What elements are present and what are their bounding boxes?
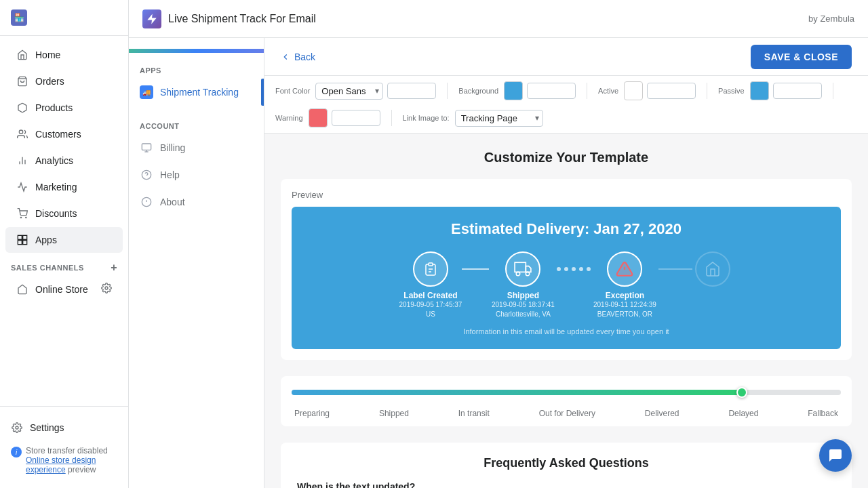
background-swatch[interactable] xyxy=(504,81,523,100)
store-transfer-notice: Store transfer disabled Online store des… xyxy=(5,441,123,480)
font-family-select-wrap[interactable]: Open Sans xyxy=(315,83,383,100)
sidebar-item-home-label: Home xyxy=(35,49,60,60)
help-icon xyxy=(140,168,153,182)
sidebar-item-orders[interactable]: Orders xyxy=(5,68,123,94)
svg-marker-25 xyxy=(526,266,532,272)
svg-rect-8 xyxy=(23,235,27,239)
svg-rect-9 xyxy=(18,241,22,245)
font-color-input[interactable]: #FFFFFF xyxy=(387,83,436,99)
link-image-group: Link Image to: Tracking Page Product Pag… xyxy=(403,110,543,127)
svg-point-27 xyxy=(526,272,530,275)
apps-icon xyxy=(16,234,28,246)
active-color-input[interactable]: #FFFFFF xyxy=(647,83,696,99)
stage-exception: Exception 2019-09-11 12:24:39BEAVERTON, … xyxy=(591,251,658,319)
stage-shipped: Shipped 2019-09-05 18:37:41Charlottesvil… xyxy=(489,251,557,319)
sidebar-item-online-store[interactable]: Online Store xyxy=(5,277,123,301)
stage-date-exception: 2019-09-11 12:24:39BEAVERTON, OR xyxy=(593,300,656,319)
sidebar-item-discounts[interactable]: Discounts xyxy=(5,201,123,226)
sidebar-item-settings[interactable]: Settings xyxy=(5,415,123,441)
sidebar-item-apps[interactable]: Apps xyxy=(5,227,123,253)
sidebar-item-customers[interactable]: Customers xyxy=(5,121,123,147)
warning-color-input[interactable]: #F1646A xyxy=(332,110,380,126)
help-label: Help xyxy=(160,169,180,180)
faq-item-1: When is the text updated? Text updates f… xyxy=(297,481,835,488)
stage-thumb[interactable] xyxy=(736,387,747,398)
online-store-settings-icon[interactable] xyxy=(101,283,112,296)
sidebar-header: 🏪 xyxy=(0,0,128,36)
passive-color-input[interactable]: #3DA2DB xyxy=(773,83,822,99)
dots-connector xyxy=(557,251,591,287)
action-bar: Back SAVE & CLOSE xyxy=(264,38,868,76)
content-area: APPS 🚚 Shipment Tracking ACCOUNT Billing xyxy=(129,38,868,488)
dot-2 xyxy=(564,267,568,271)
warning-label: Warning xyxy=(275,114,303,122)
orders-icon xyxy=(16,75,28,87)
apps-sidebar-item-shipment[interactable]: 🚚 Shipment Tracking xyxy=(129,79,264,106)
billing-label: Billing xyxy=(160,142,185,153)
preview-label: Preview xyxy=(292,190,841,200)
app-logo xyxy=(142,9,161,28)
warning-swatch[interactable] xyxy=(309,108,328,127)
svg-rect-13 xyxy=(142,144,151,150)
passive-swatch[interactable] xyxy=(750,81,769,100)
svg-point-11 xyxy=(105,287,108,289)
font-color-label: Font Color xyxy=(275,87,310,95)
tracking-stages-row: Label Created 2019-09-05 17:45:37US xyxy=(305,251,827,319)
settings-label: Settings xyxy=(30,422,64,433)
link-image-select[interactable]: Tracking Page Product Page Homepage xyxy=(455,110,543,127)
faq-section: Frequently Asked Questions When is the t… xyxy=(281,443,852,488)
apps-sidebar-item-help[interactable]: Help xyxy=(129,161,264,188)
active-swatch[interactable] xyxy=(624,81,643,100)
dot-4 xyxy=(579,267,583,271)
background-label: Background xyxy=(458,87,498,95)
dot-1 xyxy=(557,267,561,271)
background-color-input[interactable]: #3DA2DB xyxy=(527,83,576,99)
connector-1 xyxy=(462,251,489,287)
apps-sidebar-item-about[interactable]: About xyxy=(129,188,264,216)
main-area: Live Shipment Track For Email by Zembula… xyxy=(129,0,868,488)
link-image-select-wrap[interactable]: Tracking Page Product Page Homepage xyxy=(455,110,543,127)
line-3 xyxy=(658,268,692,270)
apps-header-bar xyxy=(129,49,264,53)
store-transfer-text: Store transfer disabled xyxy=(26,446,108,455)
save-close-button[interactable]: SAVE & CLOSE xyxy=(751,45,852,69)
svg-point-6 xyxy=(26,217,26,218)
font-family-select[interactable]: Open Sans xyxy=(315,83,383,100)
app-title: Live Shipment Track For Email xyxy=(168,13,316,25)
toolbar-divider-4 xyxy=(833,83,833,99)
stage-labels: Preparing Shipped In transit Out for Del… xyxy=(292,409,841,418)
stage-fill xyxy=(292,390,742,395)
marketing-icon xyxy=(16,181,28,193)
stage-track[interactable] xyxy=(292,390,841,395)
back-label: Back xyxy=(294,52,315,62)
link-image-label: Link Image to: xyxy=(403,114,450,122)
back-button[interactable]: Back xyxy=(281,52,315,62)
stage-name-label-created: Label Created xyxy=(403,291,457,300)
add-sales-channel-button[interactable]: + xyxy=(111,262,117,274)
sidebar-item-home[interactable]: Home xyxy=(5,42,123,68)
connector-3 xyxy=(658,251,692,287)
sidebar-item-analytics[interactable]: Analytics xyxy=(5,148,123,174)
passive-group: Passive #3DA2DB xyxy=(718,81,822,100)
sidebar-item-products[interactable]: Products xyxy=(5,95,123,121)
sidebar-item-marketing[interactable]: Marketing xyxy=(5,174,123,200)
svg-point-12 xyxy=(16,426,18,429)
sidebar-item-products-label: Products xyxy=(35,102,73,113)
stage-icon-shipped xyxy=(505,251,540,287)
apps-sidebar: APPS 🚚 Shipment Tracking ACCOUNT Billing xyxy=(129,38,264,488)
stage-label-preparing: Preparing xyxy=(294,409,330,418)
sidebar-nav: Home Orders Products Customers Analytics xyxy=(0,36,128,406)
left-sidebar: 🏪 Home Orders Products Customers xyxy=(0,0,129,488)
active-group: Active #FFFFFF xyxy=(598,81,696,100)
svg-rect-10 xyxy=(23,241,27,245)
stage-label-delayed: Delayed xyxy=(728,409,758,418)
scroll-content: Customize Your Template Preview Estimate… xyxy=(264,134,868,488)
home-icon xyxy=(16,49,28,61)
chat-button[interactable] xyxy=(819,439,852,472)
app-by: by Zembula xyxy=(808,14,854,24)
account-section-label: ACCOUNT xyxy=(129,117,264,134)
apps-sidebar-item-billing[interactable]: Billing xyxy=(129,134,264,161)
info-icon xyxy=(11,447,22,458)
active-label: Active xyxy=(598,87,618,95)
store-icon: 🏪 xyxy=(11,9,27,26)
